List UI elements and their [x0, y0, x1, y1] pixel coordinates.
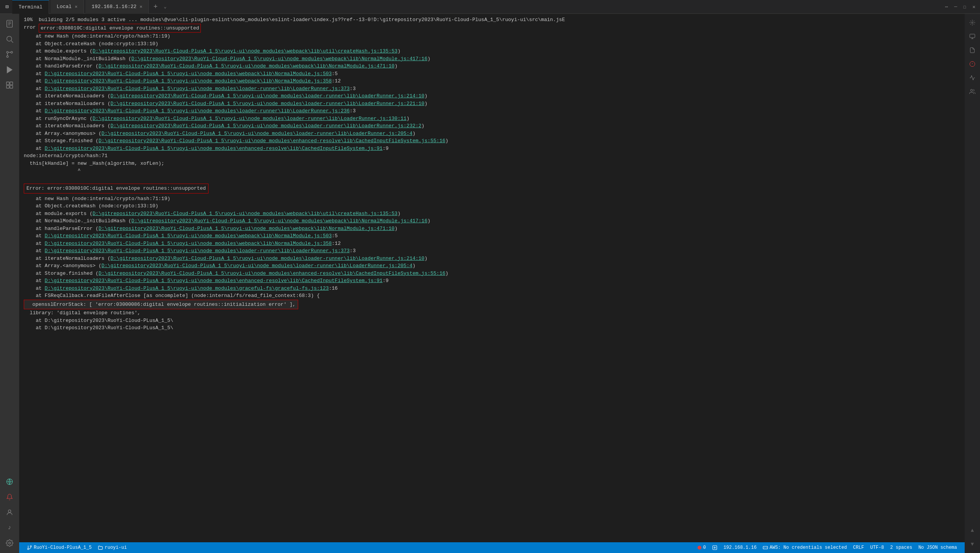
- stack2-line-13: at D:\gitrepository2023\RuoYi-Cloud-Plus…: [24, 285, 960, 292]
- svg-rect-12: [7, 85, 9, 88]
- link2-normalmodule-417[interactable]: D:\gitrepository2023\RuoYi-Cloud-PlusA_1…: [131, 217, 427, 225]
- status-encoding[interactable]: UTF-8: [867, 542, 887, 553]
- right-icon-scrollup[interactable]: ▲: [967, 525, 978, 536]
- tab-ellipsis-button[interactable]: ⋯: [944, 4, 950, 10]
- status-errors-label: 0: [703, 545, 706, 550]
- svg-line-5: [11, 41, 13, 43]
- link-loaderrunner-205[interactable]: D:\gitrepository2023\RuoYi-Cloud-PlusA_1…: [102, 130, 412, 138]
- link-normalmodule-417[interactable]: D:\gitrepository2023\RuoYi-Cloud-PlusA_1…: [131, 55, 427, 63]
- link-cachedinputfs-55[interactable]: D:\gitrepository2023\RuoYi-Cloud-PlusA_1…: [98, 137, 445, 145]
- stack2-line-1: at new Hash (node:internal/crypto/hash:7…: [24, 195, 960, 203]
- link2-normalmodule-358[interactable]: D:\gitrepository2023\RuoYi-Cloud-PlusA_1…: [45, 240, 332, 248]
- status-branch[interactable]: RuoYi-Cloud-PlusA_1_5: [24, 542, 95, 553]
- account-icon[interactable]: [3, 505, 16, 519]
- tab-ssh[interactable]: 192.168.1.16:22 ✕: [85, 0, 149, 14]
- building-line-text: 10% building 2/5 modules 3 active ... mo…: [24, 16, 565, 24]
- sidebar-left: ♪: [0, 14, 19, 553]
- stack-line-7: at D:\gitrepository2023\RuoYi-Cloud-Plus…: [24, 77, 960, 85]
- link-loaderrunner-373[interactable]: D:\gitrepository2023\RuoYi-Cloud-PlusA_1…: [45, 85, 350, 93]
- link-createhash[interactable]: D:\gitrepository2023\RuoYi-Cloud-PlusA_1…: [92, 48, 397, 55]
- stack-line-11: at D:\gitrepository2023\RuoYi-Cloud-Plus…: [24, 107, 960, 115]
- extensions-icon[interactable]: [3, 78, 16, 92]
- status-schema[interactable]: No JSON schema: [915, 542, 960, 553]
- tab-ssh-close[interactable]: ✕: [140, 4, 142, 10]
- remote-icon[interactable]: [3, 475, 16, 489]
- minimize-button[interactable]: —: [953, 4, 959, 10]
- stack-line-6: at D:\gitrepository2023\RuoYi-Cloud-Plus…: [24, 70, 960, 78]
- status-folder[interactable]: ruoyi-ui: [95, 542, 130, 553]
- status-ip[interactable]: 192.168.1.16: [721, 542, 760, 553]
- link2-gracefulfs-123[interactable]: D:\gitrepository2023\RuoYi-Cloud-PlusA_1…: [45, 285, 329, 292]
- right-icon-5[interactable]: [967, 72, 978, 84]
- rror-prefix: rror: [24, 24, 39, 33]
- status-line-endings[interactable]: CRLF: [850, 542, 867, 553]
- svg-point-4: [7, 36, 12, 41]
- link2-normalmodule-503[interactable]: D:\gitrepository2023\RuoYi-Cloud-PlusA_1…: [45, 232, 332, 240]
- stack-line-14: at Array.<anonymous> (D:\gitrepository20…: [24, 130, 960, 138]
- link-loaderrunner-221[interactable]: D:\gitrepository2023\RuoYi-Cloud-PlusA_1…: [110, 100, 424, 108]
- tab-local[interactable]: Local ✕: [51, 0, 84, 14]
- svg-point-6: [7, 56, 8, 57]
- tab-bar-left: ⊟ Terminal Local ✕ 192.168.1.16:22 ✕ + ⌄: [3, 0, 168, 14]
- link2-cachedinputfs-91[interactable]: D:\gitrepository2023\RuoYi-Cloud-PlusA_1…: [45, 277, 383, 285]
- link-cachedinputfs-91[interactable]: D:\gitrepository2023\RuoYi-Cloud-PlusA_1…: [45, 145, 383, 153]
- right-icon-scrolldown[interactable]: ▼: [967, 538, 978, 550]
- link2-createhash[interactable]: D:\gitrepository2023\RuoYi-Cloud-PlusA_1…: [92, 210, 397, 218]
- stack2-line-11: at Storage.finished (D:\gitrepository202…: [24, 270, 960, 277]
- main-content: 10% building 2/5 modules 3 active ... mo…: [19, 14, 965, 553]
- notification-icon[interactable]: [3, 490, 16, 504]
- search-icon[interactable]: [3, 32, 16, 46]
- error-line-1: rror error:0308010C:digital envelope rou…: [24, 24, 960, 33]
- right-icon-1[interactable]: [967, 17, 978, 28]
- status-errors[interactable]: 0: [694, 542, 709, 553]
- svg-rect-22: [970, 34, 975, 38]
- status-bar: RuoYi-Cloud-PlusA_1_5 ruoyi-ui 0: [19, 542, 965, 553]
- status-aws[interactable]: AWS: No credentials selected: [760, 542, 850, 553]
- new-tab-button[interactable]: +: [150, 3, 161, 11]
- tab-local-close[interactable]: ✕: [75, 4, 77, 10]
- link-loaderrunner-236[interactable]: D:\gitrepository2023\RuoYi-Cloud-PlusA_1…: [45, 107, 350, 115]
- sidebar-right: ▲ ▼: [965, 14, 980, 553]
- link2-loaderrunner-205[interactable]: D:\gitrepository2023\RuoYi-Cloud-PlusA_1…: [102, 262, 412, 270]
- svg-point-8: [7, 51, 8, 53]
- status-spaces[interactable]: 2 spaces: [887, 542, 916, 553]
- stack-line-2: at Object.createHash (node:crypto:133:10…: [24, 40, 960, 48]
- link-loaderrunner-214[interactable]: D:\gitrepository2023\RuoYi-Cloud-PlusA_1…: [110, 92, 424, 100]
- source-control-icon[interactable]: [3, 48, 16, 61]
- link2-cachedinputfs-55[interactable]: D:\gitrepository2023\RuoYi-Cloud-PlusA_1…: [98, 270, 445, 277]
- link-loaderrunner-130[interactable]: D:\gitrepository2023\RuoYi-Cloud-PlusA_1…: [92, 115, 406, 123]
- link-normalmodule-471[interactable]: D:\gitrepository2023\RuoYi-Cloud-PlusA_1…: [98, 62, 394, 70]
- tab-chevron-button[interactable]: ⌄: [162, 4, 168, 10]
- library-line: library: 'digital envelope routines',: [24, 309, 960, 317]
- link-loaderrunner-232[interactable]: D:\gitrepository2023\RuoYi-Cloud-PlusA_1…: [110, 122, 421, 130]
- right-icon-3[interactable]: [967, 44, 978, 56]
- blank-line-1: [24, 175, 960, 182]
- run-debug-icon[interactable]: [3, 63, 16, 77]
- settings-icon[interactable]: [3, 536, 16, 550]
- right-icon-6[interactable]: [967, 86, 978, 97]
- terminal-output[interactable]: 10% building 2/5 modules 3 active ... mo…: [19, 14, 965, 542]
- tab-terminal[interactable]: Terminal: [12, 0, 49, 14]
- link-normalmodule-358[interactable]: D:\gitrepository2023\RuoYi-Cloud-PlusA_1…: [45, 77, 332, 85]
- tiktok-icon[interactable]: ♪: [3, 521, 16, 535]
- crypto-code-line: this[kHandle] = new _Hash(algorithm, xof…: [24, 160, 960, 167]
- right-icon-4[interactable]: [967, 58, 978, 70]
- svg-point-18: [28, 548, 29, 550]
- link2-loaderrunner-373[interactable]: D:\gitrepository2023\RuoYi-Cloud-PlusA_1…: [45, 247, 350, 255]
- branch-icon: [27, 545, 32, 550]
- files-icon[interactable]: [3, 17, 16, 31]
- error-block-2-line: Error: error:0308010C:digital envelope r…: [24, 182, 960, 195]
- status-spaces-label: 2 spaces: [890, 545, 913, 550]
- maximize-button[interactable]: ☐: [962, 4, 968, 10]
- link2-loaderrunner-214[interactable]: D:\gitrepository2023\RuoYi-Cloud-PlusA_1…: [110, 255, 424, 263]
- svg-point-14: [8, 510, 11, 512]
- stack2-line-14: at FSReqCallback.readFileAfterClose [as …: [24, 292, 960, 300]
- right-icon-2[interactable]: [967, 31, 978, 42]
- link-normalmodule-503[interactable]: D:\gitrepository2023\RuoYi-Cloud-PlusA_1…: [45, 70, 332, 78]
- status-remote-icon-item[interactable]: [709, 542, 721, 553]
- error-block-2: Error: error:0308010C:digital envelope r…: [24, 184, 208, 194]
- link2-normalmodule-471[interactable]: D:\gitrepository2023\RuoYi-Cloud-PlusA_1…: [98, 225, 394, 233]
- status-ip-label: 192.168.1.16: [724, 545, 757, 550]
- close-window-button[interactable]: ✕: [971, 4, 977, 10]
- openssl-highlight: opensslErrorStack: [ 'error:03000086:dig…: [24, 300, 298, 310]
